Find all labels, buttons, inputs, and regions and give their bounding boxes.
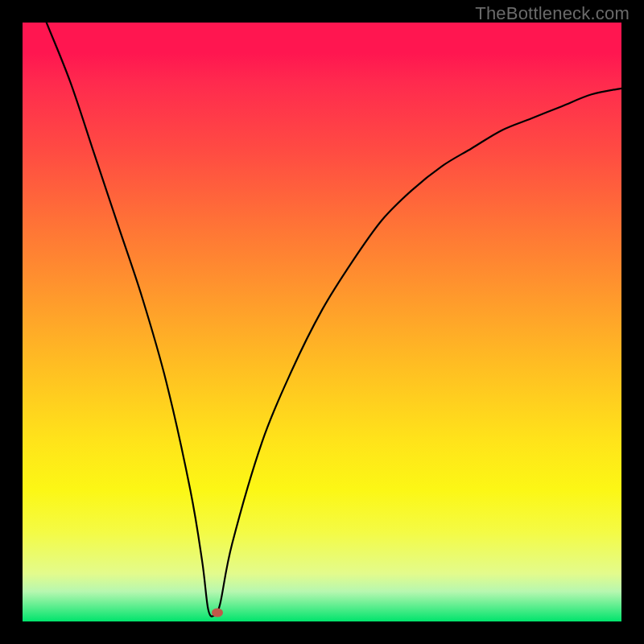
curve-svg <box>23 23 621 621</box>
plot-area <box>23 23 621 621</box>
minimum-marker <box>212 608 223 617</box>
bottleneck-curve <box>23 23 621 617</box>
chart-frame: TheBottleneck.com <box>0 0 644 644</box>
watermark-text: TheBottleneck.com <box>475 3 630 24</box>
